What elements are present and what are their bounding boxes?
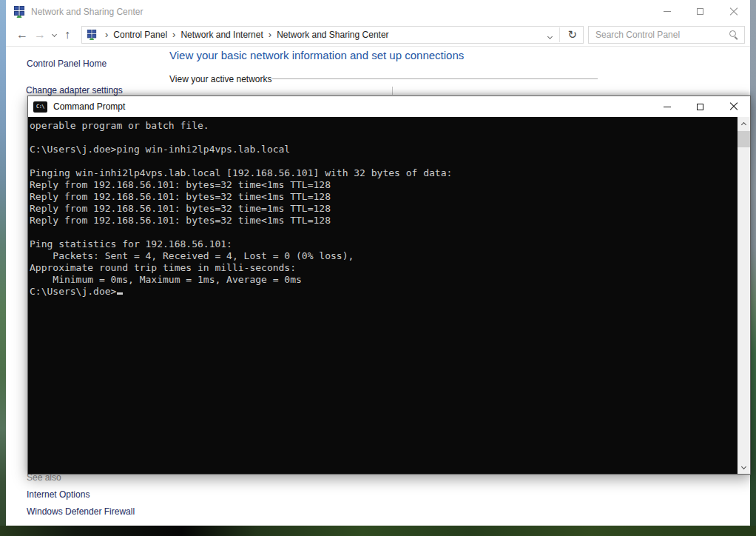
- section-rule: [272, 78, 598, 79]
- cp-minimize-button[interactable]: [650, 0, 684, 23]
- cp-navigation-toolbar: ← → ↑ › Control Panel › Network and Inte…: [6, 23, 750, 46]
- close-icon: [729, 7, 738, 16]
- cmd-minimize-button[interactable]: [650, 96, 684, 117]
- chevron-down-icon: [741, 463, 746, 469]
- cp-title-bar[interactable]: Network and Sharing Center: [6, 0, 750, 23]
- cmd-window-title: Command Prompt: [53, 101, 125, 112]
- desktop-wallpaper-left: [0, 0, 6, 536]
- breadcrumb-network-sharing-center[interactable]: Network and Sharing Center: [277, 30, 388, 40]
- minimize-icon: [664, 107, 671, 107]
- back-button[interactable]: ←: [13, 29, 31, 41]
- breadcrumb-control-panel[interactable]: Control Panel: [113, 30, 167, 40]
- cp-window-title: Network and Sharing Center: [31, 7, 143, 17]
- text-cursor: [117, 292, 123, 295]
- minimize-icon: [664, 11, 671, 12]
- address-bar[interactable]: › Control Panel › Network and Internet ›…: [81, 26, 584, 44]
- cp-maximize-button[interactable]: [684, 0, 717, 23]
- console-scrollbar[interactable]: [738, 117, 750, 474]
- breadcrumb-network-and-internet[interactable]: Network and Internet: [180, 30, 263, 40]
- address-dropdown-button[interactable]: [542, 28, 558, 41]
- console-output[interactable]: operable program or batch file. C:\Users…: [28, 117, 738, 474]
- occluded-panel-divider: [392, 87, 393, 95]
- sidebar-item-control-panel-home[interactable]: Control Panel Home: [27, 58, 107, 69]
- desktop-wallpaper-bottom: [0, 526, 756, 536]
- search-icon[interactable]: [729, 30, 739, 40]
- network-sharing-center-icon: [87, 30, 97, 40]
- active-networks-label: View your active networks: [169, 74, 272, 84]
- cmd-close-button[interactable]: [717, 96, 750, 117]
- chevron-down-icon: [51, 32, 56, 37]
- console-prompt-line: C:\Users\j.doe>: [30, 286, 738, 298]
- recent-pages-dropdown[interactable]: [49, 33, 59, 36]
- maximize-icon: [697, 8, 703, 15]
- up-button[interactable]: ↑: [59, 29, 75, 41]
- page-title: View your basic network information and …: [169, 49, 464, 61]
- cmd-maximize-button[interactable]: [684, 96, 717, 117]
- command-prompt-window: C:\ Command Prompt operable program or b…: [27, 96, 751, 475]
- command-prompt-icon: C:\: [33, 101, 47, 113]
- search-input[interactable]: [589, 30, 729, 40]
- breadcrumb-separator-icon: ›: [269, 29, 271, 40]
- breadcrumb-separator-icon: ›: [172, 29, 175, 40]
- console-prompt: C:\Users\j.doe>: [30, 286, 116, 297]
- scroll-up-button[interactable]: [738, 117, 750, 130]
- scrollbar-thumb[interactable]: [738, 131, 750, 147]
- refresh-button[interactable]: ↻: [561, 29, 583, 40]
- toolbar-separator: [6, 46, 750, 47]
- sidebar-item-change-adapter-settings[interactable]: Change adapter settings: [26, 85, 123, 96]
- cp-close-button[interactable]: [717, 0, 750, 23]
- network-sharing-center-icon: [13, 6, 25, 18]
- maximize-icon: [697, 104, 703, 110]
- forward-button[interactable]: →: [31, 29, 49, 41]
- console-text: operable program or batch file. C:\Users…: [30, 120, 738, 286]
- sidebar-item-windows-defender-firewall[interactable]: Windows Defender Firewall: [27, 506, 135, 517]
- desktop-wallpaper-right: [750, 0, 756, 536]
- chevron-down-icon: [547, 33, 553, 38]
- address-bar-divider: [559, 27, 560, 42]
- cmd-title-bar[interactable]: C:\ Command Prompt: [28, 96, 750, 117]
- sidebar-item-internet-options[interactable]: Internet Options: [27, 489, 90, 500]
- breadcrumb-separator-icon: ›: [105, 29, 108, 40]
- close-icon: [729, 102, 738, 111]
- scroll-down-button[interactable]: [738, 461, 750, 474]
- chevron-up-icon: [741, 121, 746, 127]
- search-box[interactable]: [588, 26, 745, 44]
